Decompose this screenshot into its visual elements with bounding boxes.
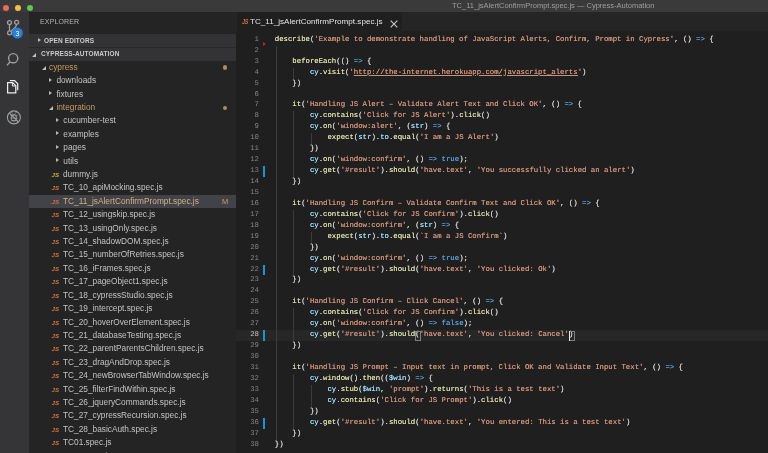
svg-text:3: 3 [15, 30, 19, 37]
